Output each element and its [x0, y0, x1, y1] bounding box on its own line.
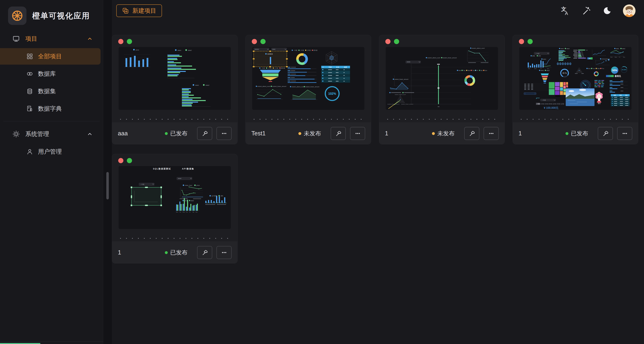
red-dot-icon	[385, 39, 390, 44]
project-card[interactable]: 献花数量 一年级 二年级 三年级 四年级	[246, 35, 371, 144]
card-status-dots	[118, 39, 132, 44]
sidebar-item-all-projects[interactable]: 全部项目	[0, 48, 100, 65]
svg-text:999: 999	[588, 58, 591, 59]
svg-text:data2: data2	[188, 49, 192, 51]
database-stack-icon	[26, 88, 34, 95]
svg-text:500: 500	[581, 52, 583, 53]
svg-text:student_attend_count: student_attend_count	[292, 86, 304, 88]
magic-wand-icon[interactable]	[581, 6, 591, 16]
svg-text:388: 388	[582, 54, 584, 55]
brand: 橙单可视化应用	[0, 0, 103, 25]
sidebar-bottom-divider	[0, 342, 103, 342]
project-name: 1	[385, 130, 388, 137]
svg-text:¥ 100,000元: ¥ 100,000元	[544, 106, 558, 109]
sidebar-group-project[interactable]: 项目	[0, 30, 103, 47]
svg-text:data1: data1	[195, 84, 199, 86]
add-project-icon	[122, 7, 129, 14]
status-label: 已发布	[170, 249, 188, 257]
svg-text:年级: 年级	[328, 66, 332, 68]
svg-text:Sat: Sat	[192, 212, 194, 213]
build-button[interactable]	[598, 127, 613, 140]
sidebar-group-system[interactable]: 系统管理	[0, 126, 103, 142]
more-button[interactable]	[617, 127, 632, 140]
sidebar-item-label: 数据字典	[38, 105, 62, 113]
project-thumbnail[interactable]: price data1 data2	[118, 47, 231, 110]
user-avatar[interactable]	[623, 4, 636, 17]
project-thumbnail[interactable]: 二年级 价格 课时 data1 MonWed	[519, 47, 632, 110]
svg-text:四年级: 四年级	[549, 103, 552, 105]
build-button[interactable]	[331, 127, 346, 140]
sidebar-item-database[interactable]: 数据库	[0, 66, 103, 82]
svg-text:Wed: Wed	[597, 68, 600, 69]
svg-text:class_hour: class_hour	[185, 184, 192, 186]
card-footer: Test1 未发布	[246, 122, 371, 144]
card-dotted-divider	[120, 119, 229, 120]
project-thumbnail[interactable]: student_attend_count student_attend_coun…	[386, 47, 498, 110]
svg-text:#: #	[322, 66, 324, 68]
project-card-grid: price data1 data2	[112, 35, 642, 264]
hammer-icon	[201, 249, 208, 256]
more-button[interactable]	[216, 127, 232, 140]
project-card[interactable]: 二年级 价格 课时 data1 MonWed	[512, 35, 638, 144]
more-button[interactable]	[350, 127, 365, 140]
sidebar-item-dictionary[interactable]: 数据字典	[0, 100, 103, 117]
svg-text:299: 299	[581, 51, 583, 52]
svg-text:献花数量: 献花数量	[268, 53, 273, 55]
sidebar-item-dataset[interactable]: 数据集	[0, 83, 103, 99]
card-dotted-divider	[254, 119, 363, 120]
green-dot-icon	[394, 39, 399, 44]
project-card[interactable]: student_attend_count student_attend_coun…	[379, 35, 505, 144]
svg-text:student_flower_amount: student_flower_amount	[394, 79, 408, 80]
user-icon	[26, 148, 34, 155]
project-thumbnail[interactable]: SQL数据源测试 API数据集 一年级	[118, 166, 231, 229]
build-button[interactable]	[197, 246, 212, 259]
grid-icon	[26, 53, 34, 60]
svg-text:price: price	[196, 184, 200, 186]
red-dot-icon	[118, 158, 124, 163]
project-name: 1	[118, 249, 121, 256]
svg-text:三年级: 三年级	[274, 67, 278, 69]
svg-text:API数据集: API数据集	[182, 168, 194, 170]
svg-text:一年级: 一年级	[542, 99, 546, 101]
svg-text:三年级: 三年级	[307, 50, 311, 51]
card-dotted-divider	[521, 119, 630, 120]
translate-icon[interactable]: 文 A	[560, 6, 570, 16]
ellipsis-icon	[220, 130, 228, 137]
status-badge: 已发布	[165, 130, 188, 137]
svg-text:六年级: 六年级	[557, 103, 560, 104]
svg-text:二年级: 二年级	[268, 67, 272, 69]
project-thumbnail[interactable]: 献花数量 一年级 二年级 三年级 四年级	[252, 47, 364, 110]
vertical-scrollbar-thumb[interactable]	[106, 172, 109, 199]
svg-text:一年级: 一年级	[536, 103, 540, 104]
build-button[interactable]	[464, 127, 479, 140]
dark-mode-moon-icon[interactable]	[602, 6, 612, 15]
link-icon	[26, 70, 34, 77]
hammer-icon	[201, 130, 208, 137]
status-dot-icon	[165, 251, 168, 254]
build-button[interactable]	[197, 127, 212, 140]
svg-text:data2: data2	[566, 48, 570, 49]
svg-text:Tue: Tue	[179, 212, 181, 213]
svg-text:Sun: Sun	[547, 68, 549, 69]
new-project-label: 新建项目	[132, 7, 156, 15]
svg-text:Sun: Sun	[196, 212, 198, 213]
status-dot-icon	[432, 132, 435, 135]
more-button[interactable]	[216, 246, 232, 259]
app-logo-icon	[8, 6, 26, 25]
card-footer: 1 已发布	[112, 242, 237, 263]
hammer-icon	[335, 130, 342, 137]
more-button[interactable]	[484, 127, 499, 140]
svg-text:七年级: 七年级	[561, 103, 564, 104]
svg-text:798: 798	[586, 50, 588, 51]
svg-text:合计价格: 合计价格	[212, 195, 217, 197]
svg-text:Sun: Sun	[485, 70, 487, 71]
red-dot-icon	[252, 39, 257, 44]
sidebar-item-user-management[interactable]: 用户管理	[0, 143, 103, 160]
svg-text:Wed: Wed	[468, 70, 470, 71]
new-project-button[interactable]: 新建项目	[116, 4, 162, 17]
project-card[interactable]: SQL数据源测试 API数据集 一年级	[112, 154, 238, 264]
project-card[interactable]: price data1 data2	[112, 35, 238, 144]
svg-text:一年级: 一年级	[261, 67, 265, 69]
bottom-left-accent-bar	[0, 343, 40, 344]
svg-text:102%: 102%	[328, 92, 336, 95]
